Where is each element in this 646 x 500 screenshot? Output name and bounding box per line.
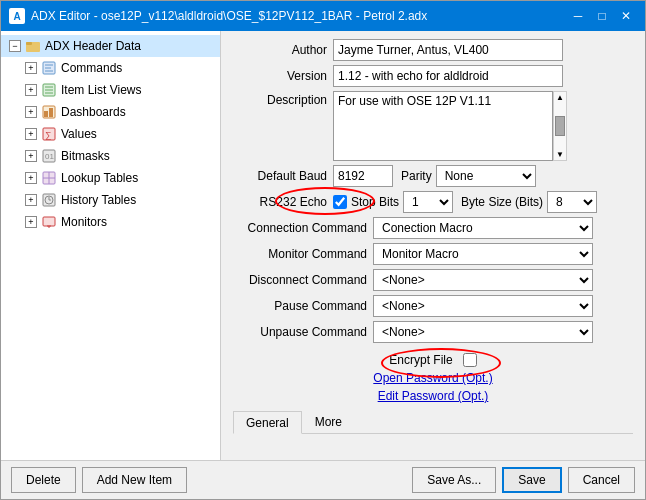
version-label: Version (233, 69, 333, 83)
sidebar-label-history-tables: History Tables (61, 193, 136, 207)
connection-command-row: Connection Command Conection MacroMonito… (233, 217, 633, 239)
expand-icon-dashboards[interactable]: + (25, 106, 37, 118)
maximize-button[interactable]: □ (591, 6, 613, 26)
dash-icon-dashboards (41, 104, 57, 120)
sidebar-item-history-tables[interactable]: + History Tables (1, 189, 220, 211)
monitor-icon-monitors (41, 214, 57, 230)
scrollbar-down-arrow[interactable]: ▼ (556, 150, 564, 159)
sidebar-item-item-list-views[interactable]: + Item List Views (1, 79, 220, 101)
expand-icon-values[interactable]: + (25, 128, 37, 140)
baud-input[interactable] (333, 165, 393, 187)
pause-command-row: Pause Command <None>Conection MacroMonit… (233, 295, 633, 317)
unpause-command-row: Unpause Command <None>Conection MacroMon… (233, 321, 633, 343)
history-icon-history-tables (41, 192, 57, 208)
description-label: Description (233, 91, 333, 107)
close-button[interactable]: ✕ (615, 6, 637, 26)
open-password-label: Open Password (Opt.) (373, 371, 492, 385)
expand-icon-monitors[interactable]: + (25, 216, 37, 228)
encrypt-file-checkbox[interactable] (463, 353, 477, 367)
minimize-button[interactable]: ─ (567, 6, 589, 26)
pause-command-select[interactable]: <None>Conection MacroMonitor Macro (373, 295, 593, 317)
svg-rect-12 (49, 108, 53, 117)
sidebar-label-dashboards: Dashboards (61, 105, 126, 119)
title-bar-left: A ADX Editor - ose12P_v112\aldldroid\OSE… (9, 8, 427, 24)
monitor-command-select[interactable]: Monitor MacroConection Macro<None> (373, 243, 593, 265)
list-icon-item-list-views (41, 82, 57, 98)
encrypt-file-row: Encrypt File (233, 353, 633, 367)
sidebar: − ADX Header Data + Commands + (1, 31, 221, 460)
tab-general[interactable]: General (233, 411, 302, 434)
expand-icon-adx-header[interactable]: − (9, 40, 21, 52)
main-window: A ADX Editor - ose12P_v112\aldldroid\OSE… (0, 0, 646, 500)
expand-icon-bitmasks[interactable]: + (25, 150, 37, 162)
title-bar: A ADX Editor - ose12P_v112\aldldroid\OSE… (1, 1, 645, 31)
tab-more[interactable]: More (302, 411, 355, 433)
bottom-bar: Delete Add New Item Save As... Save Canc… (1, 460, 645, 499)
description-textarea[interactable]: For use with OSE 12P V1.11 (333, 91, 553, 161)
delete-button[interactable]: Delete (11, 467, 76, 493)
parity-label: Parity (401, 169, 436, 183)
baud-parity-row: Default Baud Parity NoneOddEvenMarkSpace (233, 165, 633, 187)
sidebar-label-commands: Commands (61, 61, 122, 75)
unpause-command-select[interactable]: <None>Conection MacroMonitor Macro (373, 321, 593, 343)
sidebar-item-lookup-tables[interactable]: + Lookup Tables (1, 167, 220, 189)
author-label: Author (233, 43, 333, 57)
svg-rect-11 (44, 111, 48, 117)
unpause-command-label: Unpause Command (233, 325, 373, 339)
cmd-icon-commands (41, 60, 57, 76)
byte-size-select[interactable]: 8765 (547, 191, 597, 213)
description-row: Description For use with OSE 12P V1.11 ▲… (233, 91, 633, 161)
encrypt-file-container: Encrypt File (389, 353, 476, 367)
version-row: Version (233, 65, 633, 87)
version-input[interactable] (333, 65, 563, 87)
expand-icon-commands[interactable]: + (25, 62, 37, 74)
content-area: − ADX Header Data + Commands + (1, 31, 645, 460)
scrollbar-thumb[interactable] (555, 116, 565, 136)
svg-rect-1 (26, 42, 32, 45)
disconnect-command-label: Disconnect Command (233, 273, 373, 287)
open-password-row: Open Password (Opt.) (233, 371, 633, 385)
rs232-checkbox[interactable] (333, 195, 347, 209)
svg-text:01: 01 (45, 152, 54, 161)
author-input[interactable] (333, 39, 563, 61)
rs232-row: RS232 Echo Stop Bits 11.52 Byte Size (Bi… (233, 191, 633, 213)
sidebar-item-dashboards[interactable]: + Dashboards (1, 101, 220, 123)
val-icon-values: ∑ (41, 126, 57, 142)
edit-password-label: Edit Password (Opt.) (378, 389, 489, 403)
default-baud-label: Default Baud (233, 169, 333, 183)
connection-command-select[interactable]: Conection MacroMonitor Macro<None> (373, 217, 593, 239)
cancel-button[interactable]: Cancel (568, 467, 635, 493)
app-icon: A (9, 8, 25, 24)
sidebar-item-commands[interactable]: + Commands (1, 57, 220, 79)
tabs-row: General More (233, 411, 633, 434)
sidebar-item-values[interactable]: + ∑ Values (1, 123, 220, 145)
sidebar-label-values: Values (61, 127, 97, 141)
scrollbar-up-arrow[interactable]: ▲ (556, 93, 564, 102)
disconnect-command-row: Disconnect Command <None>Conection Macro… (233, 269, 633, 291)
save-as-button[interactable]: Save As... (412, 467, 496, 493)
sidebar-label-monitors: Monitors (61, 215, 107, 229)
title-bar-buttons: ─ □ ✕ (567, 6, 637, 26)
lookup-icon-lookup-tables (41, 170, 57, 186)
expand-icon-item-list-views[interactable]: + (25, 84, 37, 96)
sidebar-label-lookup-tables: Lookup Tables (61, 171, 138, 185)
sidebar-label-adx-header: ADX Header Data (45, 39, 141, 53)
rs232-checkbox-container (333, 195, 347, 209)
sidebar-item-bitmasks[interactable]: + 01 Bitmasks (1, 145, 220, 167)
bitmask-icon-bitmasks: 01 (41, 148, 57, 164)
sidebar-item-monitors[interactable]: + Monitors (1, 211, 220, 233)
monitor-command-row: Monitor Command Monitor MacroConection M… (233, 243, 633, 265)
save-button[interactable]: Save (502, 467, 561, 493)
byte-size-label: Byte Size (Bits) (461, 195, 547, 209)
disconnect-command-select[interactable]: <None>Conection MacroMonitor Macro (373, 269, 593, 291)
sidebar-item-adx-header[interactable]: − ADX Header Data (1, 35, 220, 57)
expand-icon-history-tables[interactable]: + (25, 194, 37, 206)
sidebar-label-item-list-views: Item List Views (61, 83, 141, 97)
svg-text:∑: ∑ (45, 130, 51, 140)
main-panel: Author Version Description For use with … (221, 31, 645, 460)
parity-select[interactable]: NoneOddEvenMarkSpace (436, 165, 536, 187)
add-new-item-button[interactable]: Add New Item (82, 467, 187, 493)
expand-icon-lookup-tables[interactable]: + (25, 172, 37, 184)
pause-command-label: Pause Command (233, 299, 373, 313)
stop-bits-select[interactable]: 11.52 (403, 191, 453, 213)
